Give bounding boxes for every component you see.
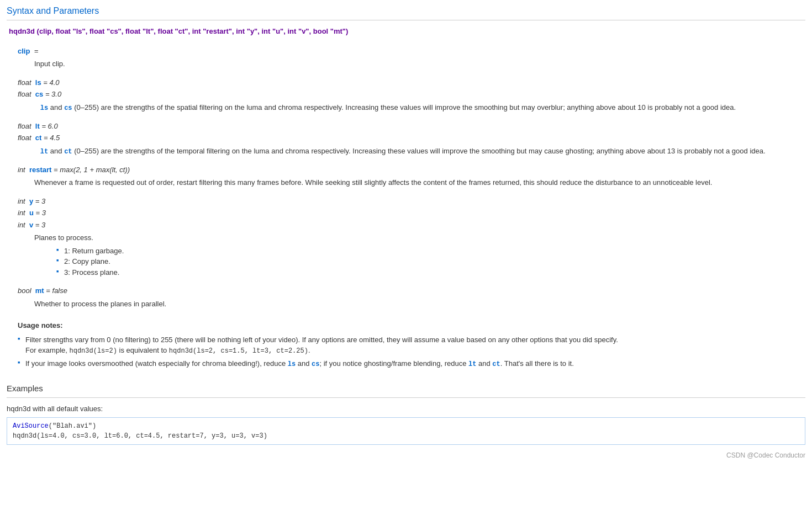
ls-cs-description: ls and cs (0–255) are the strengths of t… bbox=[18, 102, 805, 113]
cs-ref: cs bbox=[312, 360, 319, 368]
usage-notes-list: Filter strengths vary from 0 (no filteri… bbox=[18, 334, 805, 370]
param-line-restart: int restart = max(2, 1 + max(lt, ct)) bbox=[18, 164, 805, 176]
param-line-ls: float ls = 4.0 bbox=[18, 77, 805, 88]
ct-name: ct bbox=[35, 134, 42, 142]
usage-notes-block: Usage notes: Filter strengths vary from … bbox=[7, 320, 805, 369]
code-avisource-args: ("Blah.avi") bbox=[49, 422, 96, 430]
ls-value: = 4.0 bbox=[41, 78, 60, 87]
ls-inline-code: ls bbox=[40, 104, 48, 112]
mt-name: mt bbox=[35, 286, 44, 295]
clip-description: Input clip. bbox=[18, 59, 805, 70]
lt-name: lt bbox=[35, 122, 40, 130]
usage-notes-title: Usage notes: bbox=[18, 321, 63, 329]
cs-type: float bbox=[18, 90, 31, 98]
examples-heading: Examples bbox=[7, 382, 805, 398]
lt-ref: lt bbox=[468, 360, 476, 368]
param-block-mt: bool mt = false Whether to process the p… bbox=[7, 285, 805, 309]
mt-description: Whether to process the planes in paralle… bbox=[18, 299, 805, 310]
usage-note-2: If your image looks oversmoothed (watch … bbox=[18, 358, 805, 369]
usage-note-1: Filter strengths vary from 0 (no filteri… bbox=[18, 334, 805, 357]
ct-type: float bbox=[18, 134, 31, 142]
cs-name: cs bbox=[35, 90, 43, 98]
y-value: = 3 bbox=[33, 197, 45, 205]
y-type: int bbox=[18, 197, 25, 205]
restart-type: int bbox=[18, 166, 25, 174]
footer-text: CSDN @Codec Conductor bbox=[7, 450, 805, 460]
ct-value: = 4.5 bbox=[41, 134, 60, 142]
lt-value: = 6.0 bbox=[40, 122, 58, 130]
planes-list: 1: Return garbage. 2: Copy plane. 3: Pro… bbox=[34, 246, 805, 278]
param-line-v: int v = 3 bbox=[18, 220, 805, 231]
v-type: int bbox=[18, 221, 25, 229]
restart-description: Whenever a frame is requested out of ord… bbox=[18, 177, 805, 188]
param-line-lt: float lt = 6.0 bbox=[18, 121, 805, 132]
param-block-lt-ct: float lt = 6.0 float ct = 4.5 lt and ct … bbox=[7, 121, 805, 157]
cs-inline-code: cs bbox=[64, 104, 72, 112]
syntax-parameters-heading: Syntax and Parameters bbox=[7, 4, 805, 20]
param-line-mt: bool mt = false bbox=[18, 285, 805, 296]
ls-name: ls bbox=[35, 78, 41, 87]
param-block-restart: int restart = max(2, 1 + max(lt, ct)) Wh… bbox=[7, 164, 805, 188]
restart-name: restart bbox=[29, 166, 51, 174]
ls-ref: ls bbox=[288, 360, 296, 368]
ct-inline-code2: ct bbox=[64, 148, 72, 156]
code-example-block: AviSource("Blah.avi") hqdn3d(ls=4.0, cs=… bbox=[7, 417, 805, 445]
param-block-ls-cs: float ls = 4.0 float cs = 3.0 ls and cs … bbox=[7, 77, 805, 113]
param-line-u: int u = 3 bbox=[18, 208, 805, 219]
mt-value: = false bbox=[44, 286, 67, 295]
planes-list-item-3: 3: Process plane. bbox=[56, 267, 805, 278]
clip-name: clip bbox=[18, 47, 30, 55]
yuv-description: Planes to process. 1: Return garbage. 2:… bbox=[18, 232, 805, 278]
ct-ref: ct bbox=[492, 360, 500, 368]
u-name: u bbox=[29, 209, 34, 217]
usage-example-code-2: hqdn3d(ls=2, cs=1.5, lt=3, ct=2.25) bbox=[169, 347, 308, 355]
lt-type: float bbox=[18, 122, 31, 130]
v-value: = 3 bbox=[33, 221, 45, 229]
u-value: = 3 bbox=[34, 209, 46, 217]
u-type: int bbox=[18, 209, 25, 217]
cs-value: = 3.0 bbox=[43, 90, 61, 98]
examples-intro-text: hqdn3d with all default values: bbox=[7, 403, 805, 414]
restart-value: = max(2, 1 + max(lt, ct)) bbox=[51, 166, 130, 174]
lt-ct-description: lt and ct (0–255) are the strengths of t… bbox=[18, 146, 805, 157]
ls-type: float bbox=[18, 78, 31, 87]
mt-type: bool bbox=[18, 286, 31, 295]
usage-example-code-1: hqdn3d(ls=2) bbox=[69, 347, 117, 355]
function-signature: hqdn3d (clip, float "ls", float "cs", fl… bbox=[7, 26, 805, 37]
param-block-clip: clip = Input clip. bbox=[7, 46, 805, 70]
param-line-clip: clip = bbox=[18, 46, 805, 57]
code-hqdn3d-call: hqdn3d(ls=4.0, cs=3.0, lt=6.0, ct=4.5, r… bbox=[13, 432, 267, 440]
code-avisource-keyword: AviSource bbox=[13, 422, 49, 430]
planes-list-item-2: 2: Copy plane. bbox=[56, 256, 805, 267]
param-line-ct: float ct = 4.5 bbox=[18, 132, 805, 143]
param-block-yuv: int y = 3 int u = 3 int v = 3 Planes to … bbox=[7, 196, 805, 278]
param-line-cs: float cs = 3.0 bbox=[18, 89, 805, 100]
planes-list-item-1: 1: Return garbage. bbox=[56, 246, 805, 257]
clip-value: = bbox=[30, 47, 38, 55]
param-line-y: int y = 3 bbox=[18, 196, 805, 207]
lt-inline-code: lt bbox=[40, 148, 48, 156]
